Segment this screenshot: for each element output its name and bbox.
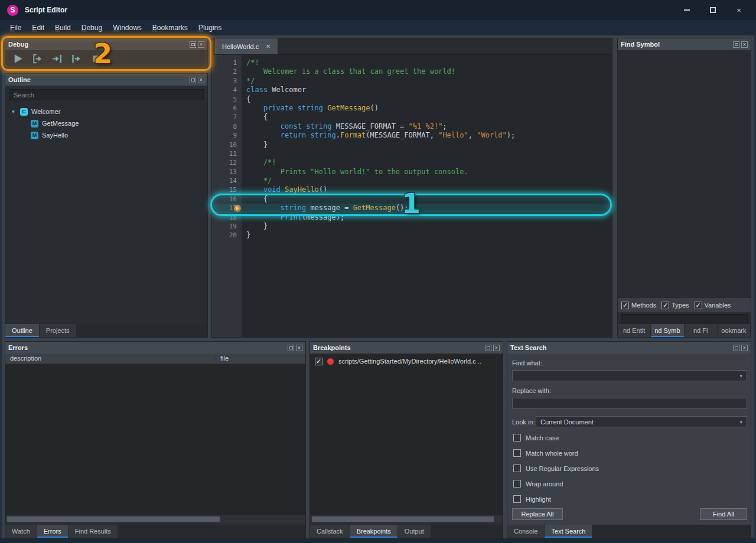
- tree-item-sayhello[interactable]: MSayHello: [5, 129, 207, 141]
- tab-projects[interactable]: Projects: [40, 324, 77, 337]
- float-panel-icon[interactable]: [288, 345, 294, 351]
- float-panel-icon[interactable]: [485, 345, 491, 351]
- tab-find-results[interactable]: Find Results: [69, 525, 118, 538]
- code-line-3[interactable]: 3*/: [212, 77, 612, 86]
- tab-watch[interactable]: Watch: [5, 525, 37, 538]
- tab-nd-entit[interactable]: nd Entit: [618, 324, 651, 337]
- variables-checkbox[interactable]: [695, 302, 702, 309]
- option-use-regular-expressions[interactable]: Use Regular Expressions: [513, 465, 599, 472]
- breakpoint-enabled-checkbox[interactable]: [315, 358, 322, 365]
- filter-variables[interactable]: Variables: [695, 302, 731, 309]
- menu-item-debug[interactable]: Debug: [76, 21, 107, 34]
- find-all-button[interactable]: Find All: [700, 508, 747, 520]
- code-line-12[interactable]: 12 /*!: [212, 158, 612, 167]
- option-highlight[interactable]: Highlight: [513, 495, 599, 503]
- types-checkbox[interactable]: [662, 302, 669, 309]
- code-line-14[interactable]: 14 */: [212, 176, 612, 185]
- find-what-combo[interactable]: [512, 370, 747, 381]
- minimize-button[interactable]: [683, 6, 691, 14]
- tab-outline[interactable]: Outline: [5, 324, 40, 337]
- code-line-11[interactable]: 11: [212, 149, 612, 158]
- menu-item-file[interactable]: File: [5, 21, 27, 34]
- symbol-search-input[interactable]: [621, 314, 748, 325]
- option-match-case[interactable]: Match case: [513, 434, 599, 441]
- match-case-checkbox[interactable]: [513, 434, 521, 441]
- code-line-5[interactable]: 5{: [212, 95, 612, 104]
- dropdown-arrow-icon[interactable]: [739, 419, 742, 425]
- tab-output[interactable]: Output: [398, 525, 431, 538]
- float-panel-icon[interactable]: [190, 77, 196, 83]
- tab-text-search[interactable]: Text Search: [545, 525, 592, 538]
- code-line-4[interactable]: 4class Welcomer: [212, 86, 612, 94]
- menu-item-build[interactable]: Build: [50, 21, 76, 34]
- close-panel-icon[interactable]: [198, 77, 204, 83]
- float-panel-icon[interactable]: [733, 345, 739, 351]
- wrap-around-checkbox[interactable]: [513, 480, 521, 488]
- horizontal-scrollbar[interactable]: [311, 515, 502, 523]
- close-panel-icon[interactable]: [198, 41, 204, 48]
- outline-search-input[interactable]: [9, 89, 204, 100]
- look-in-combo[interactable]: Current Document: [536, 416, 747, 427]
- code-line-20[interactable]: 20}: [212, 231, 612, 240]
- replace-all-button[interactable]: Replace All: [512, 508, 563, 520]
- breakpoint-item[interactable]: scripts/GettingStarted/MyDirectory/Hello…: [310, 355, 503, 367]
- stop-button[interactable]: [89, 53, 103, 67]
- tab-nd-symb[interactable]: nd Symb: [651, 324, 684, 337]
- scrollbar-thumb[interactable]: [312, 516, 494, 522]
- scrollbar-thumb[interactable]: [7, 516, 220, 522]
- highlight-checkbox[interactable]: [513, 495, 521, 503]
- code-line-17[interactable]: 17 string message = GetMessage();: [212, 204, 612, 212]
- code-line-2[interactable]: 2 Welcomer is a class that can greet the…: [212, 67, 612, 76]
- code-line-1[interactable]: 1/*!: [212, 58, 612, 67]
- code-line-19[interactable]: 19 }: [212, 222, 612, 231]
- dropdown-arrow-icon[interactable]: [739, 373, 742, 379]
- code-line-7[interactable]: 7 {: [212, 113, 612, 122]
- close-panel-icon[interactable]: [493, 345, 500, 351]
- continue-button[interactable]: [11, 53, 25, 67]
- option-wrap-around[interactable]: Wrap around: [513, 480, 599, 488]
- use-regular-expressions-checkbox[interactable]: [513, 465, 521, 472]
- code-line-16[interactable]: 16 {: [212, 195, 612, 204]
- step-over-button[interactable]: [30, 53, 44, 67]
- tab-errors[interactable]: Errors: [37, 525, 69, 538]
- column-file[interactable]: file: [216, 355, 229, 362]
- tab-nd-fi[interactable]: nd Fi: [685, 324, 718, 337]
- match-whole-word-checkbox[interactable]: [513, 449, 521, 457]
- replace-with-input[interactable]: [512, 398, 747, 409]
- maximize-button[interactable]: [709, 6, 717, 14]
- float-panel-icon[interactable]: [190, 41, 196, 48]
- float-panel-icon[interactable]: [733, 41, 739, 48]
- code-line-9[interactable]: 9 return string.Format(MESSAGE_FORMAT, "…: [212, 131, 612, 140]
- option-match-whole-word[interactable]: Match whole word: [513, 449, 599, 457]
- symbol-results-list[interactable]: [618, 50, 751, 298]
- tab-breakpoints[interactable]: Breakpoints: [350, 525, 398, 538]
- errors-list[interactable]: [5, 364, 305, 515]
- code-line-6[interactable]: 6 private string GetMessage(): [212, 104, 612, 113]
- code-line-15[interactable]: 15 void SayHello(): [212, 185, 612, 194]
- horizontal-scrollbar[interactable]: [6, 515, 305, 523]
- menu-item-windows[interactable]: Windows: [107, 21, 147, 34]
- step-out-button[interactable]: [69, 53, 83, 67]
- filter-methods[interactable]: Methods: [621, 302, 656, 309]
- code-editor[interactable]: 1/*!2 Welcomer is a class that can greet…: [211, 54, 612, 338]
- tab-ookmark[interactable]: ookmark: [718, 324, 751, 337]
- menu-item-edit[interactable]: Edit: [27, 21, 50, 34]
- tab-console[interactable]: Console: [507, 525, 545, 538]
- close-panel-icon[interactable]: [741, 41, 748, 48]
- tree-item-welcomer[interactable]: ▼CWelcomer: [5, 106, 207, 117]
- tab-close-icon[interactable]: ×: [266, 42, 271, 51]
- code-line-8[interactable]: 8 const string MESSAGE_FORMAT = "%1 %2!"…: [212, 122, 612, 131]
- tree-item-getmessage[interactable]: MGetMessage: [5, 117, 207, 129]
- code-line-10[interactable]: 10 }: [212, 140, 612, 149]
- step-in-button[interactable]: [50, 53, 64, 67]
- close-panel-icon[interactable]: [741, 345, 748, 351]
- menu-item-plugins[interactable]: Plugins: [193, 21, 227, 34]
- code-line-18[interactable]: 18 Print(message);: [212, 213, 612, 222]
- close-panel-icon[interactable]: [296, 345, 302, 351]
- code-line-13[interactable]: 13 Prints "Hello world!" to the output c…: [212, 168, 612, 176]
- close-button[interactable]: ×: [735, 6, 743, 14]
- menu-item-bookmarks[interactable]: Bookmarks: [147, 21, 193, 34]
- collapse-arrow-icon[interactable]: ▼: [10, 109, 17, 115]
- current-statement-breakpoint-icon[interactable]: [234, 205, 241, 212]
- tab-helloworld-c[interactable]: HelloWorld.c ×: [215, 38, 278, 54]
